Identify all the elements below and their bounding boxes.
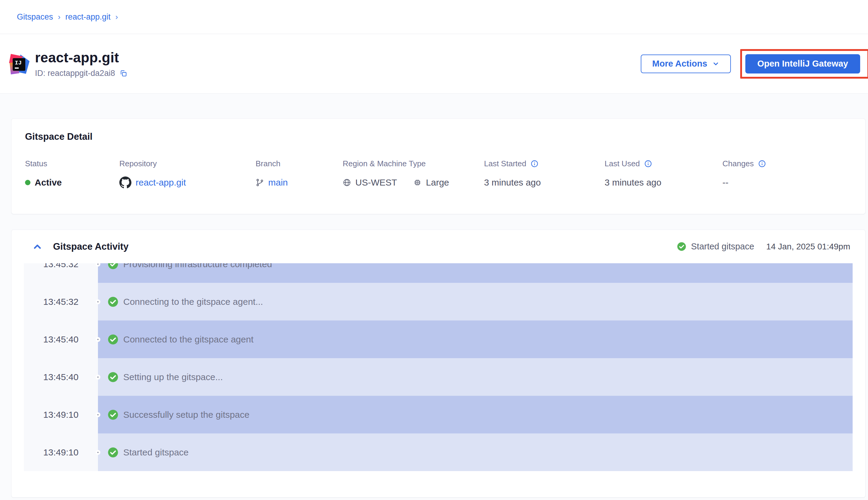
log-time: 13:45:32 bbox=[24, 263, 98, 283]
field-repository: Repository react-app.git bbox=[119, 159, 256, 189]
activity-log-row: 13:49:10 Started gitspace bbox=[24, 433, 853, 471]
changes-label: Changes bbox=[722, 159, 754, 168]
field-last-used: Last Used 3 minutes ago bbox=[604, 159, 722, 189]
field-changes: Changes -- bbox=[722, 159, 852, 189]
branch-link[interactable]: main bbox=[268, 178, 288, 188]
branch-label: Branch bbox=[256, 159, 343, 168]
timeline-dot bbox=[96, 337, 100, 342]
check-circle-icon bbox=[108, 372, 119, 383]
activity-log-row: 13:45:40 Connected to the gitspace agent bbox=[24, 320, 853, 358]
detail-card-title: Gitspace Detail bbox=[25, 131, 852, 142]
info-icon[interactable] bbox=[531, 160, 538, 168]
timeline-dot bbox=[96, 375, 100, 379]
status-value: Active bbox=[35, 178, 62, 188]
log-time: 13:49:10 bbox=[24, 396, 98, 433]
gitspace-activity-card: Gitspace Activity Started gitspace 14 Ja… bbox=[11, 229, 866, 498]
collapse-chevron-up-icon[interactable] bbox=[31, 241, 43, 253]
field-status: Status Active bbox=[25, 159, 119, 189]
breadcrumb-separator: › bbox=[115, 12, 118, 22]
activity-timestamp: 14 Jan, 2025 01:49pm bbox=[766, 242, 850, 251]
intellij-logo-icon: IJ bbox=[9, 53, 30, 75]
page-title: react-app.git bbox=[35, 49, 127, 66]
check-circle-icon bbox=[677, 242, 686, 251]
check-circle-icon bbox=[108, 334, 119, 345]
log-message: Provisioning infrastructure completed bbox=[123, 263, 272, 269]
log-message: Setting up the gitspace... bbox=[123, 372, 223, 382]
field-branch: Branch main bbox=[256, 159, 343, 189]
copy-icon[interactable] bbox=[119, 69, 127, 77]
breadcrumb: Gitspaces › react-app.git › bbox=[17, 12, 118, 22]
activity-log-row: 13:49:10 Successfully setup the gitspace bbox=[24, 396, 853, 433]
activity-log-row: 13:45:32 Connecting to the gitspace agen… bbox=[24, 283, 853, 320]
last-used-value: 3 minutes ago bbox=[604, 176, 722, 189]
machine-type-value: Large bbox=[426, 178, 449, 188]
log-time: 13:45:32 bbox=[24, 283, 98, 320]
region-value: US-WEST bbox=[355, 178, 397, 188]
status-active-dot bbox=[25, 180, 31, 185]
check-circle-icon bbox=[108, 296, 119, 307]
machine-type-icon bbox=[413, 178, 422, 187]
gitspace-id: ID: reactappgit-da2ai8 bbox=[35, 69, 115, 78]
log-time: 13:45:40 bbox=[24, 358, 98, 396]
breadcrumb-link-gitspaces[interactable]: Gitspaces bbox=[17, 12, 53, 22]
last-started-value: 3 minutes ago bbox=[484, 176, 604, 189]
check-circle-icon bbox=[108, 447, 119, 458]
log-message: Connected to the gitspace agent bbox=[123, 334, 254, 344]
globe-icon bbox=[343, 178, 351, 187]
git-branch-icon bbox=[256, 178, 264, 187]
check-circle-icon bbox=[108, 409, 119, 420]
region-machine-label: Region & Machine Type bbox=[343, 159, 484, 168]
info-icon[interactable] bbox=[644, 160, 652, 168]
more-actions-button[interactable]: More Actions bbox=[641, 55, 731, 73]
info-icon[interactable] bbox=[758, 160, 766, 168]
activity-log-row: 13:45:40 Setting up the gitspace... bbox=[24, 358, 853, 396]
changes-value: -- bbox=[722, 176, 852, 189]
timeline-dot bbox=[96, 450, 100, 455]
svg-text:IJ: IJ bbox=[15, 60, 22, 66]
repository-label: Repository bbox=[119, 159, 256, 168]
log-time: 13:45:40 bbox=[24, 320, 98, 358]
last-started-label: Last Started bbox=[484, 159, 526, 168]
field-region-machine: Region & Machine Type US-WEST bbox=[343, 159, 484, 189]
timeline-dot bbox=[96, 299, 100, 304]
github-icon bbox=[119, 177, 131, 189]
gitspace-detail-card: Gitspace Detail Status Active Repository… bbox=[11, 118, 866, 214]
breadcrumb-link-gitspace[interactable]: react-app.git bbox=[65, 12, 111, 22]
breadcrumb-separator: › bbox=[58, 12, 60, 22]
activity-log-viewport[interactable]: 13:45:32 Provisioning infrastructure com… bbox=[24, 263, 853, 472]
breadcrumb-bar: Gitspaces › react-app.git › bbox=[0, 0, 868, 34]
log-time: 13:49:10 bbox=[24, 433, 98, 471]
activity-card-title: Gitspace Activity bbox=[53, 241, 129, 252]
page-header: IJ react-app.git ID: reactappgit-da2ai8 … bbox=[0, 34, 868, 93]
check-circle-icon bbox=[108, 263, 119, 270]
log-message: Successfully setup the gitspace bbox=[123, 410, 249, 420]
log-message: Connecting to the gitspace agent... bbox=[123, 297, 263, 307]
last-used-label: Last Used bbox=[604, 159, 640, 168]
status-label: Status bbox=[25, 159, 119, 168]
open-intellij-gateway-button[interactable]: Open IntelliJ Gateway bbox=[745, 54, 860, 73]
timeline-dot bbox=[96, 412, 100, 417]
activity-log-row: 13:45:32 Provisioning infrastructure com… bbox=[24, 263, 853, 283]
activity-status-badge: Started gitspace bbox=[677, 241, 754, 251]
timeline-dot bbox=[96, 263, 100, 266]
field-last-started: Last Started 3 minutes ago bbox=[484, 159, 604, 189]
log-message: Started gitspace bbox=[123, 447, 189, 457]
chevron-down-icon bbox=[712, 60, 720, 67]
activity-status-text: Started gitspace bbox=[691, 241, 754, 251]
repository-link[interactable]: react-app.git bbox=[136, 178, 186, 188]
more-actions-label: More Actions bbox=[652, 59, 708, 69]
